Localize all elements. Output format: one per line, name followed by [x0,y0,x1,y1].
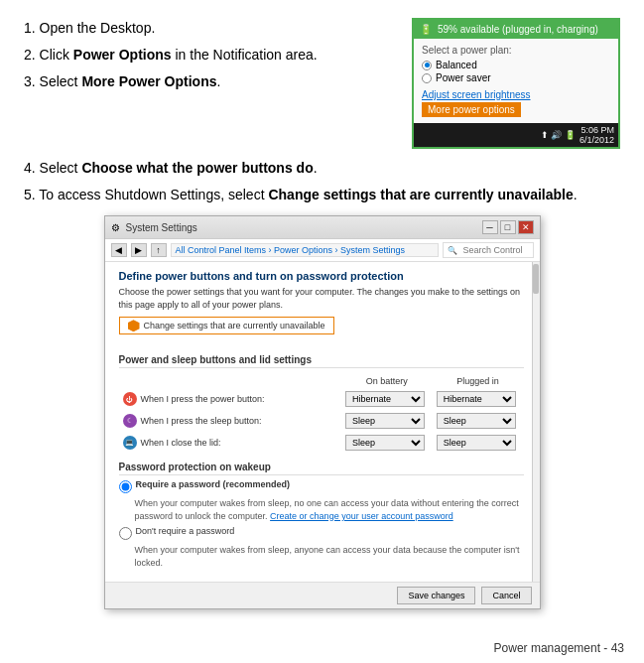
dialog-body-wrapper: Define power buttons and turn on passwor… [105,262,540,582]
step2-bold: Power Options [73,47,172,63]
dialog-body: Define power buttons and turn on passwor… [105,262,540,582]
plan-row-balanced: Balanced [422,60,610,70]
require-password-radio[interactable] [119,480,132,493]
scrollbar[interactable] [532,262,540,582]
require-password-label: Require a password (recommended) [136,479,291,489]
close-button[interactable]: ✕ [518,220,534,234]
step4-bold: Choose what the power buttons do [81,160,313,176]
row3-plugged-select[interactable]: Sleep [437,435,516,451]
taskbar-icons: ⬆ 🔊 🔋 [541,130,576,140]
lid-icon: 💻 [123,436,137,450]
dialog-footer: Save changes Cancel [105,582,540,608]
steps-section: 4. Select Choose what the power buttons … [24,158,620,205]
notif-header: 🔋 59% available (plugged in, charging) [414,20,618,39]
notif-body: Select a power plan: Balanced Power save… [414,39,618,123]
dialog-titlebar: ⚙ System Settings ─ □ ✕ [105,216,540,239]
taskbar-time: 5:06 PM 6/1/2012 [580,125,614,145]
row2-label: ☾ When I press the sleep button: [123,414,337,428]
require-password-desc: When your computer wakes from sleep, no … [135,497,524,522]
power-sleep-subtitle: Power and sleep buttons and lid settings [119,354,524,368]
time-display: 5:06 PM [580,125,614,135]
breadcrumb-bar[interactable]: All Control Panel Items › Power Options … [171,243,439,257]
password-section: Password protection on wakeup Require a … [119,462,524,569]
plan2-label: Power saver [436,72,491,83]
section-title: Define power buttons and turn on passwor… [119,270,524,282]
table-row: ☾ When I press the sleep button: Sleep [119,410,524,432]
sleep-icon: ☾ [123,414,137,428]
cancel-button[interactable]: Cancel [481,587,531,604]
col-empty [119,374,341,388]
row1-plugged-select[interactable]: Hibernate [437,391,516,407]
main-content: 🔋 59% available (plugged in, charging) S… [0,0,644,619]
breadcrumb-text: All Control Panel Items › Power Options … [176,245,406,255]
col-on-battery: On battery [341,374,433,388]
section-desc: Choose the power settings that you want … [119,286,524,311]
back-button[interactable]: ◀ [111,243,127,257]
row1-label-cell: ⏻ When I press the power button: [119,388,341,410]
dialog-wrapper: ⚙ System Settings ─ □ ✕ ◀ ▶ ↑ All Contro… [24,215,620,609]
dialog-controls: ─ □ ✕ [482,220,534,234]
notification-screenshot: 🔋 59% available (plugged in, charging) S… [412,18,620,149]
power-icon: ⏻ [123,392,137,406]
step4-suffix: . [314,160,318,176]
step5-suffix: . [574,187,578,202]
row2-battery-cell: Sleep [341,410,433,432]
system-settings-dialog: ⚙ System Settings ─ □ ✕ ◀ ▶ ↑ All Contro… [104,215,541,609]
up-button[interactable]: ↑ [151,243,167,257]
scrollbar-thumb [533,264,539,294]
row1-label: ⏻ When I press the power button: [123,392,337,406]
plan1-label: Balanced [436,60,477,70]
minimize-button[interactable]: ─ [482,220,498,234]
search-icon: 🔍 [448,246,457,255]
change-settings-button[interactable]: Change settings that are currently unava… [119,317,334,334]
dont-require-radio[interactable] [119,527,132,540]
step2-suffix: in the Notification area. [172,47,318,63]
dialog-title: System Settings [126,222,197,233]
dont-require-desc-text: When your computer wakes from sleep, any… [135,545,520,568]
dont-require-option: Don't require a password [119,526,524,540]
dont-require-label: Don't require a password [136,526,235,536]
create-account-link[interactable]: Create or change your user account passw… [270,511,453,521]
row2-plugged-select[interactable]: Sleep [437,413,516,429]
save-changes-button[interactable]: Save changes [397,587,475,604]
row2-battery-select[interactable]: Sleep [345,413,425,429]
brightness-link[interactable]: Adjust screen brightness [422,89,610,100]
step5-bold: Change settings that are currently unava… [268,187,573,202]
maximize-button[interactable]: □ [500,220,516,234]
row3-plugged-cell: Sleep [433,432,524,454]
step2-prefix: 2. Click [24,47,73,63]
search-input[interactable] [459,244,529,256]
step3-bold: More Power Options [81,73,216,89]
require-password-option: Require a password (recommended) [119,479,524,493]
row3-label: 💻 When I close the lid: [123,436,337,450]
row1-battery-select[interactable]: Hibernate [345,391,425,407]
row1-battery-cell: Hibernate [341,388,433,410]
forward-button[interactable]: ▶ [131,243,147,257]
charging-text: 59% available (plugged in, charging) [438,24,598,35]
search-box[interactable]: 🔍 [443,242,534,258]
plan-row-saver: Power saver [422,72,610,83]
password-title: Password protection on wakeup [119,462,524,475]
page-number-text: Power management - 43 [494,641,624,655]
notif-taskbar: ⬆ 🔊 🔋 5:06 PM 6/1/2012 [414,123,618,147]
settings-table: On battery Plugged in ⏻ [119,374,524,454]
row2-label-cell: ☾ When I press the sleep button: [119,410,341,432]
battery-icon-small: 🔋 [420,24,432,35]
row3-battery-cell: Sleep [341,432,433,454]
radio-balanced [422,61,432,70]
dont-require-desc: When your computer wakes from sleep, any… [135,544,524,569]
row1-label-text: When I press the power button: [141,394,265,404]
plan-label: Select a power plan: [422,45,610,56]
row2-label-text: When I press the sleep button: [141,416,262,426]
shield-icon [128,320,140,332]
row3-battery-select[interactable]: Sleep [345,435,425,451]
step5-prefix: 5. To access Shutdown Settings, select [24,187,268,202]
change-settings-btn-label: Change settings that are currently unava… [144,321,325,331]
step4: 4. Select Choose what the power buttons … [24,158,620,179]
power-sleep-section: Power and sleep buttons and lid settings… [119,354,524,454]
dialog-icon: ⚙ [111,222,120,233]
row1-plugged-cell: Hibernate [433,388,524,410]
page-footer: Power management - 43 [494,641,624,655]
more-power-options-btn[interactable]: More power options [422,102,521,117]
table-row: 💻 When I close the lid: Sleep [119,432,524,454]
